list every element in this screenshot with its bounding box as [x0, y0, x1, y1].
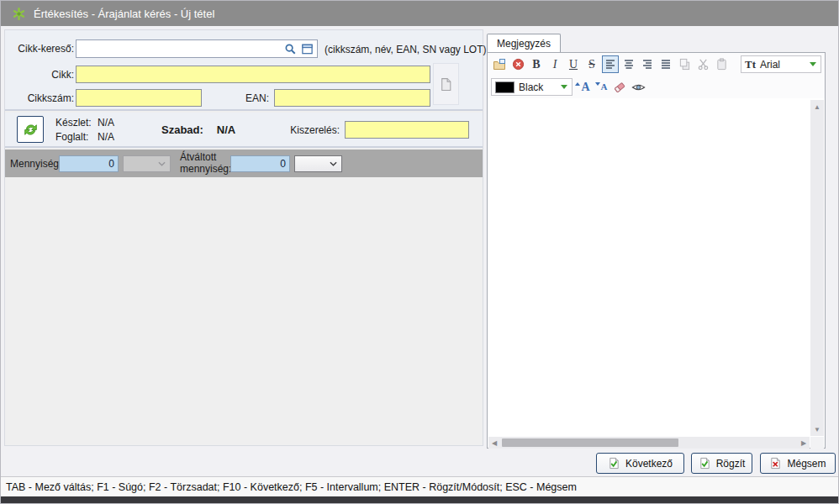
keszlet-label: Készlet: [55, 117, 92, 129]
comment-textarea[interactable] [488, 98, 810, 437]
tab-megjegyzes[interactable]: Megjegyzés [487, 34, 561, 53]
delete-icon [512, 58, 525, 71]
ean-label: EAN: [215, 92, 269, 104]
kiszereles-input[interactable] [345, 121, 469, 139]
kiszereles-label: Kiszerelés: [257, 124, 340, 136]
chevron-down-icon [330, 161, 337, 166]
app-flower-icon [12, 7, 26, 21]
kovetkezo-button[interactable]: Következő [596, 453, 684, 474]
cikkszam-input[interactable] [76, 89, 202, 107]
paste-button [713, 55, 730, 73]
item-search-field [76, 39, 318, 58]
align-left-icon [604, 59, 616, 70]
align-center-button[interactable] [620, 55, 637, 73]
scrollbar-corner [810, 437, 824, 449]
justify-button[interactable] [657, 55, 674, 73]
scrollbar-thumb[interactable] [502, 438, 678, 447]
refresh-stock-button[interactable] [17, 116, 44, 143]
combo-arrow-icon [561, 85, 567, 89]
strikethrough-glyph: S [588, 59, 595, 71]
scroll-right-arrow[interactable]: ▶ [798, 437, 810, 449]
foglalt-line: Foglalt: N/A [55, 131, 114, 143]
rogzit-label: Rögzít [716, 458, 746, 470]
bold-glyph: B [532, 59, 540, 71]
copy-button [676, 55, 693, 73]
search-label: Cikk-kereső: [7, 43, 74, 55]
atvaltott-label: Átváltott mennyiség: [180, 151, 232, 176]
clear-format-button[interactable] [509, 55, 526, 73]
scissors-icon [697, 58, 710, 71]
foglalt-label: Foglalt: [55, 131, 92, 143]
align-right-button[interactable] [639, 55, 656, 73]
atvaltott-input[interactable] [230, 155, 290, 172]
item-search-input[interactable] [77, 41, 283, 56]
italic-button[interactable]: I [546, 55, 563, 73]
item-form-panel: Cikk-kereső: (cikkszám, név, EAN, SN vag… [4, 29, 483, 446]
caret-up-icon [575, 82, 580, 86]
shrink-font-button[interactable]: A [593, 78, 609, 96]
refresh-icon [22, 121, 40, 139]
ean-input[interactable] [274, 89, 430, 107]
copy-icon [678, 58, 691, 71]
editor-toolbar-row2: Black A A [488, 76, 825, 98]
statusbar-text: TAB - Mező váltás; F1 - Súgó; F2 - Törzs… [6, 481, 577, 493]
color-name: Black [519, 81, 543, 93]
titlebar: Értékesítés - Árajánlat kérés - Új tétel [1, 1, 839, 26]
align-left-button[interactable] [602, 55, 619, 73]
italic-glyph: I [553, 59, 557, 71]
scroll-up-arrow[interactable]: ▲ [810, 100, 824, 113]
megsem-button[interactable]: Mégsem [760, 453, 836, 474]
strikethrough-button[interactable]: S [583, 55, 600, 73]
scroll-left-arrow[interactable]: ◀ [488, 437, 500, 449]
horizontal-scrollbar[interactable]: ◀ ▶ [488, 437, 810, 449]
cikk-label: Cikk: [7, 69, 74, 81]
grow-font-glyph: A [581, 81, 589, 93]
vertical-scrollbar[interactable]: ▲ ▼ [810, 100, 824, 436]
grow-font-button[interactable]: A [574, 78, 591, 96]
bold-button[interactable]: B [528, 55, 545, 73]
underline-button[interactable]: U [565, 55, 582, 73]
color-swatch [495, 81, 514, 93]
empty-detail-area [5, 177, 483, 445]
lookup-window-icon[interactable] [300, 42, 314, 56]
shrink-font-glyph: A [601, 82, 608, 92]
cikkszam-label: Cikkszám: [7, 92, 74, 104]
megsem-label: Mégsem [787, 458, 826, 470]
bottom-edge-strip [1, 496, 839, 504]
keszlet-line: Készlet: N/A [55, 117, 114, 129]
item-document-button[interactable] [433, 63, 459, 105]
search-icon[interactable] [283, 42, 298, 56]
font-color-combo[interactable]: Black [491, 78, 573, 96]
font-family-combo[interactable]: Tt Arial [741, 55, 821, 73]
mennyiseg-label: Mennyiség: [10, 158, 61, 170]
tab-label: Megjegyzés [497, 38, 551, 50]
font-name: Arial [760, 59, 780, 71]
scroll-down-arrow[interactable]: ▼ [810, 423, 824, 436]
statusbar: TAB - Mező váltás; F1 - Súgó; F2 - Törzs… [1, 476, 839, 496]
combo-arrow-icon [810, 62, 816, 66]
stock-info-section: Készlet: N/A Foglalt: N/A Szabad: N/A Ki… [5, 113, 483, 148]
align-center-icon [623, 59, 635, 70]
converted-unit-dropdown[interactable] [294, 155, 342, 172]
underline-glyph: U [569, 59, 578, 71]
chevron-down-icon [158, 161, 166, 166]
folder-window-icon [493, 58, 506, 71]
cut-button [694, 55, 711, 73]
cikk-input[interactable] [76, 66, 430, 83]
preview-button[interactable] [630, 78, 646, 96]
szabad-line: Szabad: N/A [161, 123, 235, 136]
page-check-icon [699, 457, 711, 470]
foglalt-value: N/A [98, 131, 114, 143]
eraser-button[interactable] [611, 78, 628, 96]
item-identification-section: Cikk-kereső: (cikkszám, név, EAN, SN vag… [5, 30, 483, 111]
insert-image-button[interactable] [491, 55, 508, 73]
mennyiseg-input[interactable] [59, 155, 119, 172]
szabad-value: N/A [217, 123, 235, 136]
window-title: Értékesítés - Árajánlat kérés - Új tétel [34, 8, 214, 20]
caret-down-icon [595, 82, 600, 86]
rogzit-button[interactable]: Rögzít [691, 453, 752, 474]
page-check-icon [608, 457, 620, 470]
comment-editor: B I U S [487, 52, 826, 449]
eye-icon [631, 82, 646, 92]
szabad-label: Szabad: [161, 123, 203, 136]
